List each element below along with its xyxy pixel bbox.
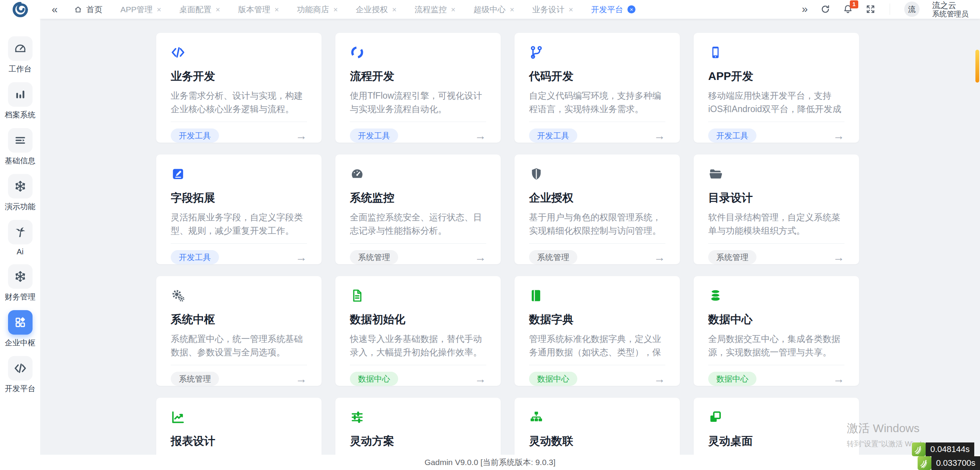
- snowflake-icon: [8, 264, 33, 289]
- tab-功能商店[interactable]: 功能商店×: [297, 4, 338, 15]
- category-tag: 开发工具: [350, 128, 398, 143]
- sidebar-item-label: Ai: [17, 247, 24, 256]
- gauge-icon: [350, 167, 486, 183]
- arrow-right-icon[interactable]: →: [296, 372, 307, 385]
- tab-版本管理[interactable]: 版本管理×: [238, 4, 279, 15]
- sidebar-item-企业中枢[interactable]: 企业中枢: [5, 310, 36, 348]
- sidebar-item-Ai[interactable]: Ai: [8, 220, 33, 256]
- notification-count-badge: 1: [850, 0, 858, 8]
- category-tag: 系统管理: [529, 250, 577, 264]
- tab-bar: 首页APP管理×桌面配置×版本管理×功能商店×企业授权×流程监控×超级中心×业务…: [74, 4, 802, 15]
- feature-card-业务开发[interactable]: 业务开发业务需求分析、设计与实现，构建企业核心核心业务逻辑与流程。开发工具→: [156, 33, 322, 143]
- arrow-right-icon[interactable]: →: [475, 372, 486, 385]
- card-description: 灵活拓展业务字段，自定义字段类型、规则，减少重复开发工作。: [171, 211, 307, 237]
- tab-label: 功能商店: [297, 4, 329, 15]
- feature-card-企业授权[interactable]: 企业授权基于用户与角色的权限管理系统，实现精细化权限控制与访问管理。系统管理→: [514, 154, 680, 264]
- card-title: 报表设计: [171, 434, 307, 449]
- divider: [171, 122, 307, 122]
- tab-流程监控[interactable]: 流程监控×: [415, 4, 456, 15]
- palm-icon: [8, 220, 33, 244]
- arrow-right-icon[interactable]: →: [296, 129, 307, 142]
- expand-tabs-icon[interactable]: »: [802, 4, 808, 15]
- feature-card-数据字典[interactable]: 数据字典管理系统标准化数据字典，定义业务通用数据（如状态、类型），保障数据一致性…: [514, 276, 680, 386]
- dashboard-icon: [8, 36, 33, 61]
- refresh-button[interactable]: [820, 4, 830, 14]
- sidebar-item-开发平台[interactable]: 开发平台: [5, 356, 36, 394]
- sidebar-item-label: 财务管理: [5, 292, 36, 302]
- feature-card-APP开发[interactable]: APP开发移动端应用快速开发平台，支持iOS和Android双平台，降低开发成本…: [694, 33, 859, 143]
- database-icon: [708, 288, 844, 304]
- tab-超级中心[interactable]: 超级中心×: [474, 4, 514, 15]
- grid-icon: [8, 310, 33, 335]
- close-tab-icon[interactable]: ×: [274, 6, 279, 13]
- user-info[interactable]: 流之云 系统管理员: [932, 1, 969, 18]
- close-tab-icon[interactable]: ×: [568, 6, 573, 13]
- sidebar-item-基础信息[interactable]: 基础信息: [5, 128, 36, 166]
- close-tab-icon[interactable]: ×: [510, 6, 514, 13]
- card-title: 业务开发: [171, 69, 307, 84]
- arrow-right-icon[interactable]: →: [833, 251, 844, 264]
- feature-card-数据初始化[interactable]: 数据初始化快速导入业务基础数据，替代手动录入，大幅提升初始化操作效率。数据中心→: [335, 276, 501, 386]
- arrow-right-icon[interactable]: →: [296, 251, 307, 264]
- close-tab-icon[interactable]: ×: [333, 6, 338, 13]
- sidebar-item-label: 档案系统: [5, 110, 36, 120]
- category-tag: 系统管理: [350, 250, 398, 264]
- scrollbar-thumb[interactable]: [975, 50, 979, 83]
- arrow-right-icon[interactable]: →: [654, 372, 665, 385]
- sidebar-item-财务管理[interactable]: 财务管理: [5, 264, 36, 302]
- feature-card-灵动方案[interactable]: 灵动方案表单权限动态配置工具，支持多角色视图配置，→: [335, 398, 501, 455]
- close-tab-icon[interactable]: ×: [157, 6, 162, 13]
- feature-card-系统中枢[interactable]: 系统中枢系统配置中心，统一管理系统基础数据、参数设置与全局选项。系统管理→: [156, 276, 322, 386]
- app-root: { "topbar": { "collapse_icon": "«", "exp…: [0, 0, 980, 470]
- sidebar-item-档案系统[interactable]: 档案系统: [5, 82, 36, 120]
- sidebar: 工作台档案系统基础信息演示功能Ai财务管理企业中枢开发平台: [0, 19, 40, 470]
- close-tab-icon[interactable]: ×: [392, 6, 397, 13]
- close-tab-icon[interactable]: ×: [451, 6, 456, 13]
- feature-card-流程开发[interactable]: 流程开发使用TfFlow流程引擎，可视化设计与实现业务流程自动化。开发工具→: [335, 33, 501, 143]
- feature-card-报表设计[interactable]: 报表设计可视化报表开发工具，支持自定义报表模板，快→: [156, 398, 322, 455]
- tab-label: 版本管理: [238, 4, 270, 15]
- feature-card-灵动桌面[interactable]: 灵动桌面自定义数据仪表盘，随心布局关键指标，一屏掌→: [694, 398, 859, 455]
- user-name: 流之云: [932, 1, 969, 10]
- tab-业务设计[interactable]: 业务设计×: [532, 4, 573, 15]
- tab-桌面配置[interactable]: 桌面配置×: [179, 4, 220, 15]
- category-tag: 开发工具: [171, 250, 219, 264]
- tab-企业授权[interactable]: 企业授权×: [356, 4, 397, 15]
- feature-card-代码开发[interactable]: 代码开发自定义代码编写环境，支持多种编程语言，实现特殊业务需求。开发工具→: [514, 33, 680, 143]
- loop-icon: [350, 45, 486, 61]
- tab-APP管理[interactable]: APP管理×: [121, 4, 162, 15]
- card-title: 灵动方案: [350, 434, 486, 449]
- arrow-right-icon[interactable]: →: [833, 129, 844, 142]
- feature-card-系统监控[interactable]: 系统监控全面监控系统安全、运行状态、日志记录与性能指标分析。系统管理→: [335, 154, 501, 264]
- feature-card-灵动数联[interactable]: 灵动数联系统业务关系可视化工具，绘制数据关联图，直→: [514, 398, 680, 455]
- close-tab-icon[interactable]: ×: [216, 6, 220, 13]
- perf-badge: 0.033700s: [918, 456, 980, 470]
- close-tab-icon[interactable]: ×: [627, 5, 635, 13]
- logo-swirl-icon: [13, 2, 28, 17]
- collapse-tabs-icon[interactable]: «: [52, 4, 58, 15]
- feature-card-字段拓展[interactable]: 字段拓展灵活拓展业务字段，自定义字段类型、规则，减少重复开发工作。开发工具→: [156, 154, 322, 264]
- app-logo[interactable]: [0, 0, 40, 19]
- avatar[interactable]: 流: [904, 2, 920, 17]
- folder-icon: [708, 167, 844, 183]
- divider: [529, 365, 665, 365]
- sidebar-item-label: 企业中枢: [5, 338, 36, 348]
- sidebar-item-演示功能[interactable]: 演示功能: [5, 174, 36, 212]
- feature-card-数据中心[interactable]: 数据中心全局数据交互中心，集成各类数据源，实现数据统一管理与共享。数据中心→: [694, 276, 859, 386]
- arrow-right-icon[interactable]: →: [475, 251, 486, 264]
- card-title: 数据字典: [529, 312, 665, 327]
- arrow-right-icon[interactable]: →: [833, 372, 844, 385]
- notification-button[interactable]: 1: [843, 4, 853, 14]
- arrow-right-icon[interactable]: →: [654, 251, 665, 264]
- refresh-icon: [820, 4, 830, 14]
- fullscreen-button[interactable]: [866, 4, 875, 14]
- card-title: 企业授权: [529, 190, 665, 206]
- category-tag: 开发工具: [529, 128, 577, 143]
- sidebar-item-工作台[interactable]: 工作台: [8, 36, 33, 74]
- sliders-icon: [350, 410, 486, 426]
- arrow-right-icon[interactable]: →: [654, 129, 665, 142]
- feature-card-目录设计[interactable]: 目录设计软件目录结构管理，自定义系统菜单与功能模块组织方式。系统管理→: [694, 154, 859, 264]
- arrow-right-icon[interactable]: →: [475, 129, 486, 142]
- tab-首页[interactable]: 首页: [74, 4, 103, 15]
- tab-开发平台[interactable]: 开发平台×: [591, 4, 635, 15]
